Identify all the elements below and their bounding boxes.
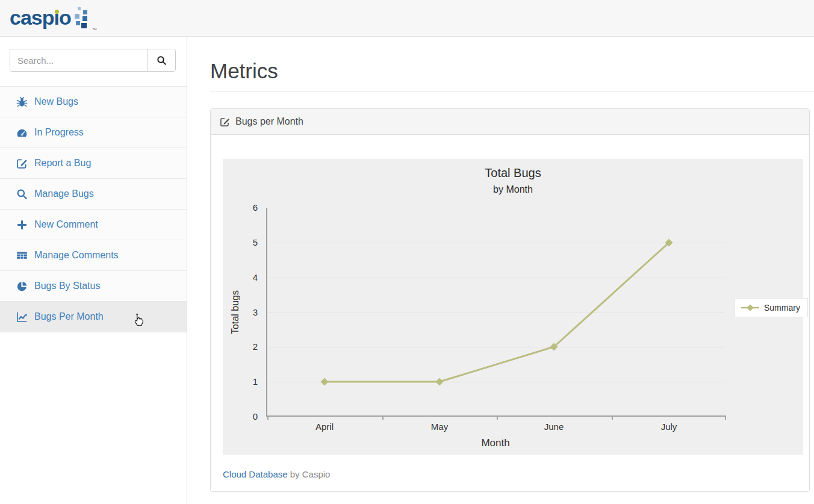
sidebar-item-bugs-by-status[interactable]: Bugs By Status <box>0 270 187 301</box>
series-summary-line <box>267 208 726 417</box>
chart-title: Total Bugs <box>223 166 803 180</box>
sidebar-item-bugs-per-month[interactable]: Bugs Per Month <box>0 301 187 332</box>
page-title: Metrics <box>210 60 810 82</box>
data-point-marker <box>321 378 329 386</box>
search-icon <box>157 55 167 66</box>
bugs-line-chart: Total Bugs by Month Total bugs 0123456Ap… <box>223 159 803 455</box>
sidebar-item-manage-comments[interactable]: Manage Comments <box>0 240 187 270</box>
x-tick-label: June <box>524 422 584 432</box>
legend-label: Summary <box>764 303 800 313</box>
y-tick-label: 6 <box>240 202 258 213</box>
legend-marker-icon <box>741 303 759 312</box>
table-icon <box>16 250 28 261</box>
sidebar-item-new-comment[interactable]: New Comment <box>0 209 187 240</box>
y-tick-label: 1 <box>240 376 258 387</box>
edit-icon <box>220 117 230 127</box>
sidebar-item-label: Manage Bugs <box>34 188 94 199</box>
panel-header: Bugs per Month <box>211 109 809 135</box>
x-tick-label: July <box>639 422 699 432</box>
edit-icon <box>16 158 28 169</box>
sidebar-menu: New BugsIn ProgressReport a BugManage Bu… <box>0 86 187 332</box>
logo-green-dot <box>55 10 59 14</box>
sidebar-item-label: Bugs By Status <box>34 281 100 291</box>
search-button[interactable] <box>148 49 175 71</box>
panel-header-label: Bugs per Month <box>235 116 303 127</box>
data-point-marker <box>436 378 444 386</box>
line-chart-icon <box>16 311 28 323</box>
sidebar-item-label: In Progress <box>34 127 84 138</box>
y-tick-label: 4 <box>240 272 258 282</box>
chart-subtitle: by Month <box>223 184 803 195</box>
search-icon <box>16 188 28 200</box>
plot-area: 0123456AprilMayJuneJuly <box>266 208 725 417</box>
x-tick-label: April <box>294 422 355 432</box>
sidebar-item-in-progress[interactable]: In Progress <box>0 117 187 148</box>
x-tick-label: May <box>409 422 470 432</box>
cloud-database-link[interactable]: Cloud Database <box>223 469 288 479</box>
bug-icon <box>16 96 28 108</box>
y-tick-label: 5 <box>240 237 258 247</box>
sidebar-item-label: New Comment <box>34 219 98 230</box>
sidebar-item-label: Report a Bug <box>34 158 91 169</box>
search-area <box>0 37 187 86</box>
footer-by-caspio: by Caspio <box>288 469 331 479</box>
bugs-per-month-panel: Bugs per Month Total Bugs by Month Total… <box>210 108 810 492</box>
main-content: Metrics Bugs per Month Total Bugs by Mon… <box>188 37 814 504</box>
sidebar-item-label: Manage Comments <box>34 250 119 261</box>
y-tick-label: 2 <box>240 341 258 352</box>
y-tick-label: 3 <box>240 307 258 317</box>
caspio-logo-wordmark: caspıo <box>10 5 71 30</box>
caspio-logo: caspıo ™ <box>10 5 93 32</box>
x-axis-title: Month <box>266 437 725 449</box>
top-header: caspıo ™ <box>0 0 814 37</box>
search-group <box>10 49 176 72</box>
logo-mosaic-icon: ™ <box>73 5 93 32</box>
pie-chart-icon <box>16 281 28 292</box>
search-input[interactable] <box>10 49 148 71</box>
sidebar-item-report-a-bug[interactable]: Report a Bug <box>0 148 187 178</box>
plus-icon <box>16 219 28 231</box>
panel-footer: Cloud Database by Caspio <box>223 469 803 479</box>
sidebar-item-manage-bugs[interactable]: Manage Bugs <box>0 178 187 209</box>
sidebar-item-label: Bugs Per Month <box>34 311 104 322</box>
sidebar-item-label: New Bugs <box>34 96 78 107</box>
sidebar-item-new-bugs[interactable]: New Bugs <box>0 86 187 117</box>
logo-trademark: ™ <box>93 28 97 32</box>
gauge-icon <box>16 127 28 138</box>
y-tick-label: 0 <box>240 411 258 422</box>
legend-item-summary[interactable]: Summary <box>735 298 808 317</box>
panel-body: Total Bugs by Month Total bugs 0123456Ap… <box>211 135 809 491</box>
sidebar: New BugsIn ProgressReport a BugManage Bu… <box>0 37 187 504</box>
title-divider <box>210 92 814 92</box>
